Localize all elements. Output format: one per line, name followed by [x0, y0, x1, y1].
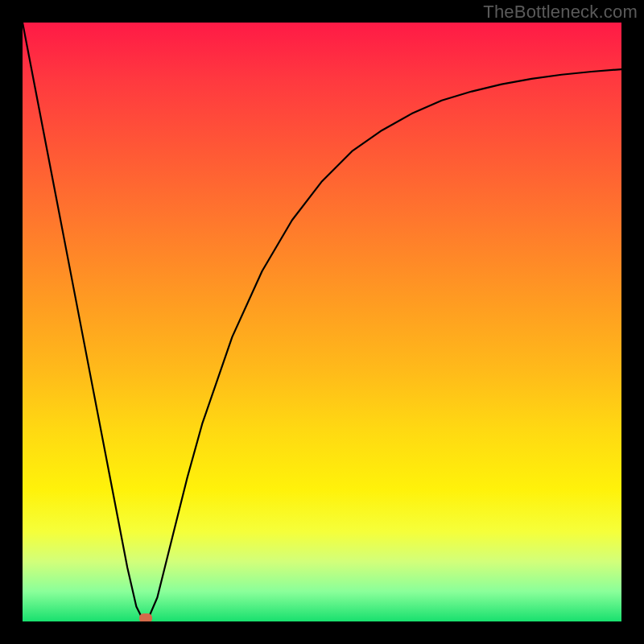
bottleneck-curve — [23, 23, 621, 621]
optimum-marker-icon — [139, 613, 152, 621]
plot-area — [23, 23, 621, 621]
watermark-text: TheBottleneck.com — [483, 2, 638, 23]
chart-frame: TheBottleneck.com — [0, 0, 644, 644]
